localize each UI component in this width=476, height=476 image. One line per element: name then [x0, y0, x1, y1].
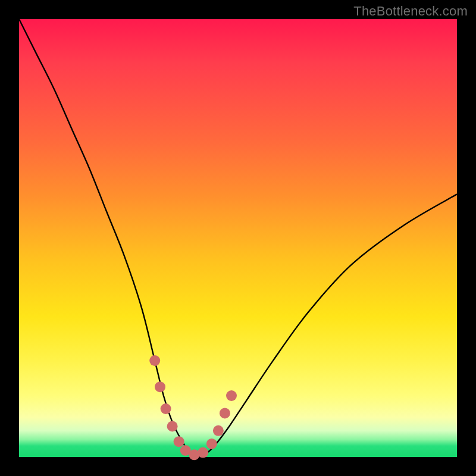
highlight-dot	[213, 425, 224, 436]
highlight-dot	[174, 436, 184, 447]
highlight-dot	[155, 381, 165, 392]
highlight-dot	[149, 355, 160, 366]
highlight-dot	[167, 421, 178, 432]
watermark-text: TheBottleneck.com	[353, 4, 468, 19]
bottleneck-curve-path	[19, 19, 457, 457]
highlight-dots	[149, 355, 237, 460]
highlight-dot	[226, 390, 237, 401]
curve-layer	[19, 19, 457, 457]
chart-root: TheBottleneck.com	[0, 0, 476, 476]
bottleneck-curve	[19, 19, 457, 457]
plot-area	[19, 19, 457, 457]
highlight-dot	[206, 439, 217, 449]
highlight-dot	[161, 403, 171, 414]
highlight-dot	[198, 447, 208, 458]
highlight-dot	[220, 408, 230, 418]
